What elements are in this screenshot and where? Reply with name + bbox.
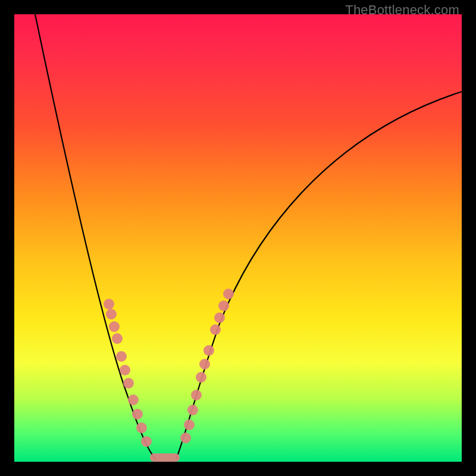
bead-right [203,345,214,356]
bead-right [223,289,234,299]
bead-left [109,321,120,332]
watermark-text: TheBottleneck.com [345,2,459,18]
bead-left [128,394,139,405]
bead-left [104,299,114,309]
bead-right [214,312,225,323]
bead-left [123,378,134,389]
left-curve [35,14,156,459]
bead-right [218,300,229,311]
bead-left [141,436,152,447]
bead-left [116,351,127,362]
bead-left [112,333,123,344]
right-curve [176,92,462,459]
bead-right [210,324,221,335]
chart-svg [14,14,462,462]
chart-frame [14,14,462,462]
bead-right [191,390,202,400]
bead-left [132,409,143,419]
bead-right [196,372,206,383]
bead-right [199,359,210,369]
bead-bottom-bar [150,453,180,462]
bead-right [187,405,198,415]
bead-right [180,433,191,443]
bead-right [184,419,195,430]
bead-left [120,365,130,375]
bead-left [106,309,117,320]
bead-left [136,422,147,433]
